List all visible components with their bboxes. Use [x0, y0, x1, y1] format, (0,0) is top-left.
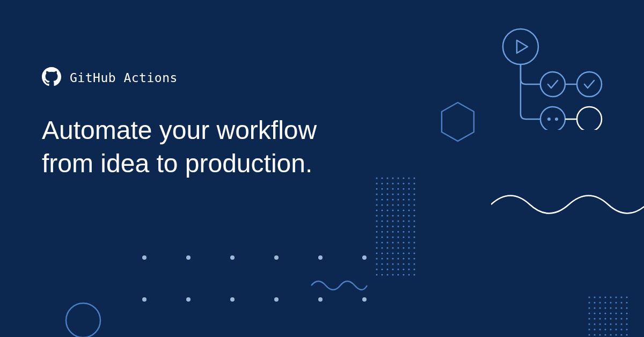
- svg-point-30: [397, 188, 399, 189]
- svg-point-159: [402, 274, 404, 275]
- svg-point-133: [392, 258, 393, 259]
- svg-point-3: [577, 72, 602, 97]
- svg-point-199: [615, 318, 617, 319]
- svg-point-97: [413, 231, 415, 232]
- svg-point-89: [413, 225, 415, 227]
- svg-point-17: [413, 177, 415, 179]
- svg-point-14: [397, 177, 399, 179]
- svg-point-197: [604, 318, 606, 319]
- svg-point-81: [413, 220, 415, 222]
- svg-point-198: [610, 318, 611, 319]
- svg-point-125: [392, 252, 393, 254]
- svg-point-112: [408, 241, 409, 243]
- svg-point-41: [413, 193, 415, 195]
- svg-point-134: [397, 258, 399, 259]
- svg-point-148: [386, 268, 388, 270]
- svg-point-56: [408, 204, 409, 206]
- svg-point-28: [386, 188, 388, 189]
- svg-point-118: [397, 247, 399, 248]
- svg-point-87: [402, 225, 404, 227]
- dot-row-icon: [142, 297, 367, 302]
- svg-point-180: [599, 307, 601, 309]
- svg-point-84: [386, 225, 388, 227]
- svg-point-35: [381, 193, 383, 195]
- svg-point-21: [392, 182, 393, 184]
- svg-point-92: [386, 231, 388, 232]
- svg-point-138: [376, 263, 377, 265]
- svg-point-214: [610, 328, 611, 330]
- svg-point-61: [392, 209, 393, 211]
- svg-point-216: [620, 328, 622, 330]
- svg-point-85: [392, 225, 393, 227]
- svg-point-29: [392, 188, 393, 189]
- svg-point-62: [397, 209, 399, 211]
- svg-point-52: [386, 204, 388, 206]
- svg-point-4: [540, 107, 565, 130]
- svg-point-177: [626, 302, 627, 303]
- svg-point-151: [402, 268, 404, 270]
- svg-point-147: [381, 268, 383, 270]
- svg-point-58: [376, 209, 377, 211]
- svg-point-119: [402, 247, 404, 248]
- svg-point-115: [381, 247, 383, 248]
- svg-point-155: [381, 274, 383, 275]
- brand-row: GitHub Actions: [42, 67, 178, 89]
- svg-point-111: [402, 241, 404, 243]
- svg-point-182: [610, 307, 611, 309]
- svg-point-9: [66, 303, 100, 337]
- svg-point-110: [397, 241, 399, 243]
- svg-point-158: [397, 274, 399, 275]
- svg-point-16: [408, 177, 409, 179]
- svg-point-117: [392, 247, 393, 248]
- svg-point-223: [615, 334, 617, 335]
- svg-point-47: [402, 199, 404, 200]
- svg-point-53: [392, 204, 393, 206]
- svg-point-75: [381, 220, 383, 222]
- svg-point-31: [402, 188, 404, 189]
- svg-point-103: [402, 236, 404, 238]
- svg-point-188: [599, 312, 601, 314]
- svg-point-100: [386, 236, 388, 238]
- svg-point-176: [620, 302, 622, 303]
- svg-point-192: [620, 312, 622, 314]
- svg-point-101: [392, 236, 393, 238]
- svg-point-185: [626, 307, 627, 309]
- svg-point-206: [610, 323, 611, 325]
- svg-point-43: [381, 199, 383, 200]
- svg-point-213: [604, 328, 606, 330]
- svg-point-26: [376, 188, 377, 189]
- svg-point-200: [620, 318, 622, 319]
- svg-point-93: [392, 231, 393, 232]
- svg-point-153: [413, 268, 415, 270]
- svg-point-73: [413, 215, 415, 216]
- svg-point-126: [397, 252, 399, 254]
- svg-point-39: [402, 193, 404, 195]
- svg-point-171: [594, 302, 595, 303]
- svg-point-46: [397, 199, 399, 200]
- svg-point-22: [397, 182, 399, 184]
- svg-point-10: [376, 177, 377, 179]
- svg-point-139: [381, 263, 383, 265]
- svg-point-201: [626, 318, 627, 319]
- svg-point-189: [604, 312, 606, 314]
- svg-point-204: [599, 323, 601, 325]
- svg-point-64: [408, 209, 409, 211]
- svg-point-154: [376, 274, 377, 275]
- svg-point-203: [594, 323, 595, 325]
- svg-point-72: [408, 215, 409, 216]
- svg-point-164: [599, 296, 601, 298]
- svg-point-18: [376, 182, 377, 184]
- svg-point-145: [413, 263, 415, 265]
- svg-point-220: [599, 334, 601, 335]
- svg-point-99: [381, 236, 383, 238]
- svg-point-209: [626, 323, 627, 325]
- svg-point-102: [397, 236, 399, 238]
- svg-point-44: [386, 199, 388, 200]
- svg-point-42: [376, 199, 377, 200]
- svg-point-218: [588, 334, 590, 335]
- svg-point-114: [376, 247, 377, 248]
- svg-point-6: [555, 118, 558, 121]
- svg-point-212: [599, 328, 601, 330]
- svg-point-143: [402, 263, 404, 265]
- svg-point-141: [392, 263, 393, 265]
